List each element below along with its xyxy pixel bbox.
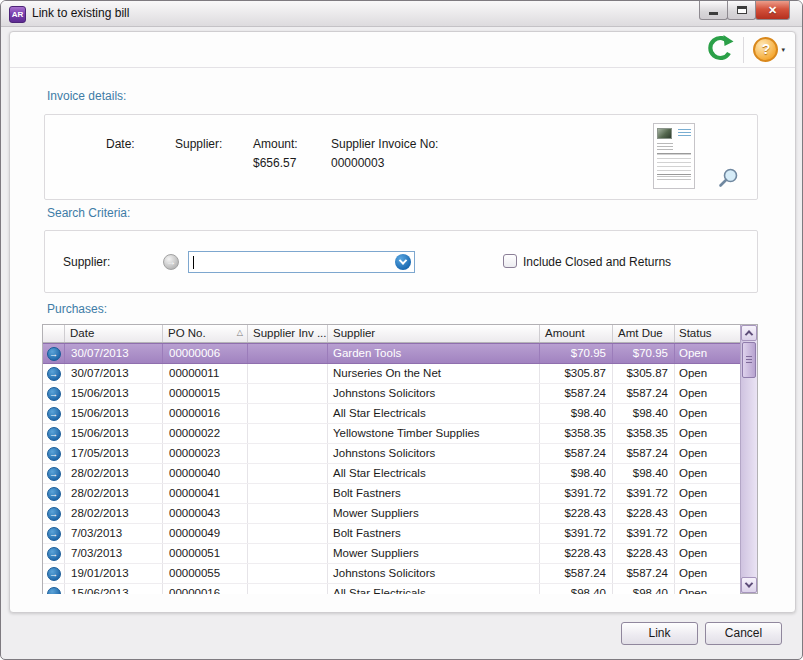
cell-status: Open [675, 504, 740, 523]
scrollbar-thumb[interactable] [742, 342, 756, 378]
row-select-cell[interactable]: → [43, 564, 65, 583]
table-row[interactable]: →19/01/201300000055Johnstons Solicitors$… [43, 564, 740, 584]
row-arrow-icon: → [47, 427, 61, 441]
cell-amt_due: $98.40 [613, 584, 675, 594]
header-date[interactable]: Date [65, 325, 163, 342]
chevron-down-icon: ▾ [781, 46, 785, 54]
row-select-cell[interactable]: → [43, 544, 65, 563]
row-arrow-icon: → [47, 467, 61, 481]
thumbnail-footer-lines [657, 176, 691, 182]
table-row[interactable]: →28/02/201300000041Bolt Fastners$391.72$… [43, 484, 740, 504]
table-row[interactable]: →28/02/201300000043Mower Suppliers$228.4… [43, 504, 740, 524]
cell-supplier: All Star Electricals [328, 404, 540, 423]
row-arrow-icon: → [47, 347, 61, 361]
header-supplier[interactable]: Supplier [328, 325, 540, 342]
refresh-button[interactable] [706, 34, 734, 65]
chevron-up-icon [745, 330, 753, 338]
include-closed-checkbox[interactable] [503, 254, 517, 268]
header-status[interactable]: Status [675, 325, 740, 342]
cell-status: Open [675, 584, 740, 594]
cell-supplier_inv [248, 384, 328, 403]
scroll-down-button[interactable] [741, 577, 757, 593]
cell-amount: $228.43 [540, 544, 613, 563]
vertical-scrollbar[interactable] [740, 325, 757, 593]
cell-supplier_inv [248, 344, 328, 363]
header-po-no[interactable]: PO No. △ [163, 325, 248, 342]
toolbar: ? ▾ [10, 32, 795, 68]
cell-amount: $391.72 [540, 524, 613, 543]
cell-supplier: Garden Tools [328, 344, 540, 363]
restore-button[interactable] [727, 1, 756, 20]
row-select-cell[interactable]: → [43, 344, 65, 363]
cell-amount: $587.24 [540, 564, 613, 583]
table-row[interactable]: →7/03/201300000049Bolt Fastners$391.72$3… [43, 524, 740, 544]
cell-supplier: All Star Electricals [328, 464, 540, 483]
cell-status: Open [675, 404, 740, 423]
table-row[interactable]: →30/07/201300000006Garden Tools$70.95$70… [43, 343, 740, 364]
cell-po: 00000016 [163, 584, 248, 594]
header-amt-due-label: Amt Due [618, 327, 663, 339]
help-icon: ? [753, 37, 778, 62]
cell-amount: $228.43 [540, 504, 613, 523]
table-row[interactable]: →15/06/201300000022Yellowstone Timber Su… [43, 424, 740, 444]
close-button[interactable]: ✕ [755, 1, 790, 20]
cell-po: 00000043 [163, 504, 248, 523]
link-button[interactable]: Link [621, 622, 698, 645]
header-icon-column[interactable] [43, 325, 65, 342]
table-row[interactable]: →7/03/201300000051Mower Suppliers$228.43… [43, 544, 740, 564]
titlebar[interactable]: AR Link to existing bill ✕ [1, 1, 802, 27]
row-select-cell[interactable]: → [43, 584, 65, 594]
cell-status: Open [675, 544, 740, 563]
header-amount[interactable]: Amount [540, 325, 613, 342]
cell-amount: $70.95 [540, 344, 613, 363]
chevron-down-icon [399, 256, 407, 264]
dialog-window: AR Link to existing bill ✕ ? ▾ Invoice [0, 0, 803, 660]
row-select-cell[interactable]: → [43, 444, 65, 463]
table-row[interactable]: →28/02/201300000040All Star Electricals$… [43, 464, 740, 484]
cell-date: 7/03/2013 [65, 544, 163, 563]
scroll-up-button[interactable] [741, 325, 757, 341]
cell-po: 00000022 [163, 424, 248, 443]
header-supplier-inv-label: Supplier Inv ... [253, 327, 327, 339]
header-status-label: Status [679, 327, 712, 339]
table-row[interactable]: →30/07/201300000011Nurseries On the Net$… [43, 364, 740, 384]
zoom-invoice-button[interactable] [717, 167, 739, 192]
row-select-cell[interactable]: → [43, 484, 65, 503]
cell-amt_due: $98.40 [613, 404, 675, 423]
supplier-combobox[interactable] [188, 251, 415, 273]
help-button[interactable]: ? ▾ [753, 37, 785, 62]
table-row[interactable]: →15/06/201300000016All Star Electricals$… [43, 404, 740, 424]
header-amt-due[interactable]: Amt Due [613, 325, 675, 342]
minimize-button[interactable] [699, 1, 728, 20]
cell-date: 15/06/2013 [65, 584, 163, 594]
cell-amt_due: $587.24 [613, 564, 675, 583]
table-row[interactable]: →15/06/201300000015Johnstons Solicitors$… [43, 384, 740, 404]
cell-amt_due: $587.24 [613, 444, 675, 463]
cell-status: Open [675, 464, 740, 483]
row-select-cell[interactable]: → [43, 384, 65, 403]
cell-amount: $391.72 [540, 484, 613, 503]
table-row[interactable]: →15/06/201300000016All Star Electricals$… [43, 584, 740, 594]
cell-supplier_inv [248, 564, 328, 583]
invoice-thumbnail[interactable] [653, 123, 695, 189]
cell-status: Open [675, 364, 740, 383]
row-select-cell[interactable]: → [43, 464, 65, 483]
cell-supplier_inv [248, 364, 328, 383]
cancel-button[interactable]: Cancel [705, 622, 782, 645]
table-row[interactable]: →17/05/201300000023Johnstons Solicitors$… [43, 444, 740, 464]
cell-date: 15/06/2013 [65, 404, 163, 423]
go-arrow-icon[interactable]: → [163, 254, 179, 270]
app-logo-icon: AR [9, 6, 26, 23]
header-supplier-inv[interactable]: Supplier Inv ... [248, 325, 328, 342]
row-select-cell[interactable]: → [43, 404, 65, 423]
cell-supplier_inv [248, 544, 328, 563]
row-select-cell[interactable]: → [43, 424, 65, 443]
row-select-cell[interactable]: → [43, 364, 65, 383]
cell-supplier: Bolt Fastners [328, 524, 540, 543]
invoice-details-box: Date: Supplier: Amount: $656.57 Supplier… [44, 114, 758, 200]
close-icon: ✕ [768, 4, 777, 17]
combobox-dropdown-button[interactable] [395, 254, 411, 270]
row-select-cell[interactable]: → [43, 524, 65, 543]
row-select-cell[interactable]: → [43, 504, 65, 523]
scrollbar-track[interactable] [741, 341, 757, 577]
